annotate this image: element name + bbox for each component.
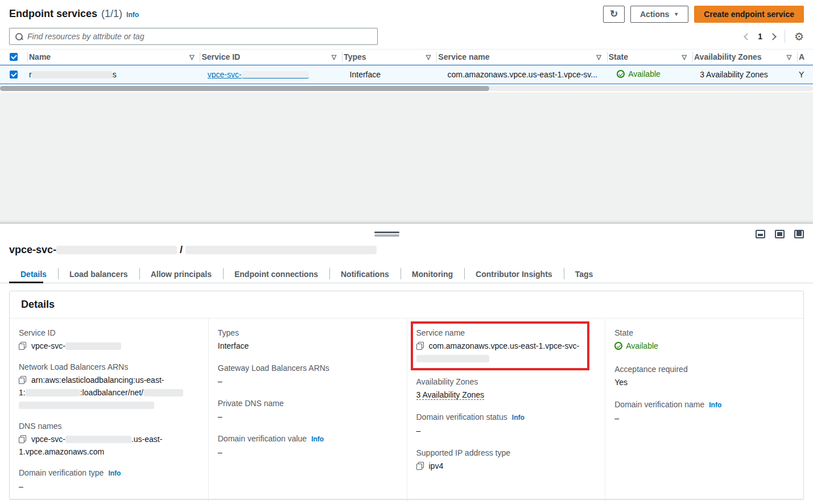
- split-panel: vpce-svc- / Details Load balancers Allow…: [0, 223, 813, 504]
- tab-notifications[interactable]: Notifications: [329, 266, 401, 283]
- details-column-2: Types Interface Gateway Load Balancers A…: [208, 319, 407, 502]
- redacted-account-id: [26, 389, 80, 396]
- cell-service-id: vpce-svc-: [201, 70, 343, 79]
- redacted-arn-tail: [19, 402, 154, 409]
- search-icon: [15, 33, 23, 40]
- panel-medium-icon[interactable]: [775, 230, 785, 238]
- table-header-row: Name ▽ Service ID ▽ Types ▽ Service name…: [0, 49, 813, 65]
- page-number: 1: [758, 32, 762, 41]
- column-header-cut: A: [798, 49, 813, 64]
- copy-icon[interactable]: [19, 376, 26, 384]
- filter-icon[interactable]: ▽: [682, 53, 687, 61]
- redacted-name: [32, 71, 113, 79]
- copy-icon[interactable]: [416, 342, 424, 350]
- panel-large-icon[interactable]: [794, 230, 804, 238]
- scrollbar-thumb[interactable]: [0, 86, 489, 91]
- details-column-1: Service ID vpce-svc- Network Load Balanc…: [10, 319, 208, 502]
- toolbar-divider: [785, 30, 785, 43]
- field-private-dns-name: Private DNS name –: [218, 398, 398, 423]
- field-domain-verification-type: Domain verification typeInfo –: [19, 467, 199, 493]
- details-column-4: State Available Acceptance required Yes …: [605, 319, 803, 502]
- field-dns-names: DNS names vpce-svc-.us-east- 1.vpce.amaz…: [19, 420, 199, 458]
- table-toolbar: 1 ⚙: [0, 25, 813, 48]
- info-link[interactable]: Info: [709, 401, 721, 409]
- refresh-icon: ↻: [610, 8, 618, 20]
- row-checkbox[interactable]: [10, 71, 18, 79]
- cell-types: Interface: [343, 70, 438, 79]
- create-endpoint-service-label: Create endpoint service: [704, 10, 794, 19]
- redacted-service-id: [242, 71, 309, 79]
- tab-endpoint-connections[interactable]: Endpoint connections: [223, 266, 329, 283]
- details-card: Details Service ID vpce-svc- Network Loa…: [9, 291, 804, 499]
- status-available-icon: [617, 70, 625, 78]
- gear-icon[interactable]: ⚙: [794, 31, 804, 42]
- endpoint-services-list-section: Endpoint services (1/1) Info ↻ Actions ▼…: [0, 0, 813, 92]
- redacted-service-id-value: [65, 342, 121, 350]
- search-box[interactable]: [9, 28, 378, 45]
- copy-icon[interactable]: [19, 435, 26, 443]
- panel-size-controls: [756, 230, 804, 238]
- cell-service-name: com.amazonaws.vpce.us-east-1.vpce-sv...: [437, 70, 608, 79]
- filter-icon[interactable]: ▽: [426, 53, 431, 61]
- tab-details[interactable]: Details: [9, 266, 58, 283]
- panel-small-icon[interactable]: [756, 230, 765, 238]
- details-card-heading: Details: [10, 291, 803, 319]
- refresh-button[interactable]: ↻: [603, 6, 625, 23]
- column-header-service-id[interactable]: Service ID ▽: [200, 49, 342, 64]
- select-all-checkbox[interactable]: [10, 53, 18, 61]
- column-header-types[interactable]: Types ▽: [342, 49, 436, 64]
- availability-zones-popover[interactable]: 3 Availability Zones: [416, 390, 485, 400]
- table-row[interactable]: rs vpce-svc- Interface com.amazonaws.vpc…: [0, 65, 813, 84]
- tab-tags[interactable]: Tags: [564, 266, 605, 283]
- column-header-state[interactable]: State ▽: [608, 49, 692, 64]
- title-info-link[interactable]: Info: [126, 11, 139, 19]
- info-link[interactable]: Info: [108, 469, 121, 477]
- field-types: Types Interface: [218, 327, 398, 352]
- tab-allow-principals[interactable]: Allow principals: [139, 266, 223, 283]
- chevron-right-icon[interactable]: [769, 33, 777, 40]
- redacted-service-name-id: [416, 355, 489, 362]
- endpoint-services-table: Name ▽ Service ID ▽ Types ▽ Service name…: [0, 49, 813, 91]
- redacted-title-name: [185, 246, 377, 254]
- content-gap: [0, 92, 813, 223]
- field-state: State Available: [614, 327, 794, 353]
- copy-icon[interactable]: [416, 462, 424, 470]
- tab-contributor-insights[interactable]: Contributor Insights: [464, 266, 564, 283]
- details-column-3: Service name com.amazonaws.vpce.us-east-…: [407, 319, 605, 502]
- tab-load-balancers[interactable]: Load balancers: [58, 266, 139, 283]
- filter-icon[interactable]: ▽: [332, 53, 336, 61]
- info-link[interactable]: Info: [311, 435, 324, 443]
- page-title: Endpoint services: [9, 8, 97, 20]
- search-input[interactable]: [27, 29, 377, 44]
- panel-tabs: Details Load balancers Allow principals …: [0, 266, 813, 283]
- field-service-name: Service name com.amazonaws.vpce.us-east-…: [416, 327, 584, 365]
- field-service-id: Service ID vpce-svc-: [19, 327, 199, 352]
- pagination: 1 ⚙: [745, 30, 804, 43]
- cell-availability-zones: 3 Availability Zones: [693, 70, 798, 79]
- cell-state: Available: [608, 69, 693, 80]
- endpoint-services-page: Endpoint services (1/1) Info ↻ Actions ▼…: [0, 0, 813, 504]
- filter-icon[interactable]: ▽: [189, 53, 194, 61]
- create-endpoint-service-button[interactable]: Create endpoint service: [694, 6, 804, 23]
- chevron-left-icon[interactable]: [744, 33, 751, 40]
- tab-monitoring[interactable]: Monitoring: [401, 266, 464, 283]
- drag-handle-icon[interactable]: [374, 232, 399, 237]
- service-id-link[interactable]: vpce-svc-: [208, 70, 242, 79]
- caret-down-icon: ▼: [674, 11, 679, 17]
- copy-icon[interactable]: [19, 342, 26, 350]
- field-nlb-arns: Network Load Balancers ARNs arn:aws:elas…: [19, 361, 199, 411]
- actions-button[interactable]: Actions ▼: [630, 6, 688, 23]
- availability-zones-popover[interactable]: 3 Availability Zones: [700, 70, 768, 79]
- field-supported-ip: Supported IP address type ipv4: [416, 447, 596, 472]
- column-header-service-name[interactable]: Service name ▽: [437, 49, 606, 64]
- field-glb-arns: Gateway Load Balancers ARNs –: [218, 362, 398, 387]
- resource-count: (1/1): [101, 8, 122, 20]
- column-header-availability-zones[interactable]: Availability Zones ▽: [693, 49, 797, 64]
- page-header: Endpoint services (1/1) Info ↻ Actions ▼…: [0, 0, 813, 25]
- filter-icon[interactable]: ▽: [787, 53, 791, 61]
- info-link[interactable]: Info: [512, 414, 525, 422]
- column-header-name[interactable]: Name ▽: [28, 49, 200, 64]
- filter-icon[interactable]: ▽: [596, 53, 601, 61]
- field-domain-verification-value: Domain verification valueInfo –: [218, 433, 398, 458]
- redacted-dns-id: [65, 436, 131, 443]
